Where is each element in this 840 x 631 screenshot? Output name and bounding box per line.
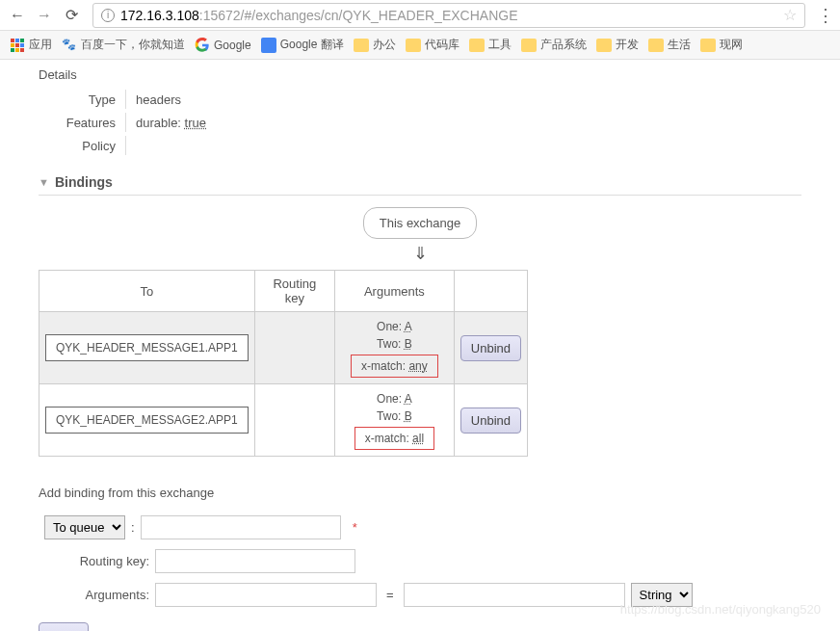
bookmark-folder[interactable]: 办公	[354, 37, 396, 53]
this-exchange-box: This exchange	[363, 207, 478, 239]
cell-to: QYK_HEADER_MESSAGE2.APP1	[39, 384, 255, 457]
reload-button[interactable]: ⟳	[60, 4, 83, 27]
cell-routing-key	[254, 384, 334, 457]
browser-toolbar: ← → ⟳ i 172.16.3.108:15672/#/exchanges/c…	[0, 0, 840, 31]
svg-rect-2	[20, 39, 24, 42]
unbind-button[interactable]: Unbind	[460, 408, 521, 434]
prop-row-type: Type headers	[58, 88, 801, 111]
svg-rect-7	[15, 48, 19, 52]
svg-rect-6	[11, 48, 14, 52]
folder-icon	[469, 39, 485, 52]
translate-icon	[261, 38, 276, 53]
prop-label: Type	[58, 92, 125, 107]
queue-link[interactable]: QYK_HEADER_MESSAGE2.APP1	[45, 407, 249, 434]
equals-sign: =	[382, 588, 398, 602]
argument-value-input[interactable]	[404, 583, 625, 607]
svg-rect-0	[11, 39, 14, 42]
exchange-diagram: This exchange	[39, 207, 801, 239]
colon: :	[131, 520, 135, 535]
bookmarks-bar: 应用 🐾 百度一下，你就知道 Google Google 翻译 办公 代码库 工…	[0, 31, 840, 60]
apps-icon	[10, 38, 25, 53]
folder-icon	[700, 39, 716, 52]
arg-value: A	[405, 392, 412, 406]
menu-icon[interactable]: ⋮	[817, 5, 834, 26]
bookmark-folder[interactable]: 现网	[700, 37, 743, 53]
prop-value: durable: true	[125, 113, 206, 132]
collapse-icon: ▼	[39, 176, 49, 188]
svg-rect-4	[15, 43, 19, 47]
bookmark-baidu[interactable]: 🐾 百度一下，你就知道	[62, 37, 185, 53]
routing-key-input[interactable]	[155, 549, 355, 573]
table-row: QYK_HEADER_MESSAGE1.APP1 One: A Two: B x…	[39, 312, 528, 384]
argument-key-input[interactable]	[155, 583, 377, 607]
xmatch-key: x-match:	[361, 359, 406, 373]
xmatch-highlight: x-match: any	[351, 355, 438, 378]
th-arguments: Arguments	[335, 271, 455, 312]
xmatch-highlight: x-match: all	[354, 427, 434, 450]
th-routing-key: Routing key	[254, 271, 334, 312]
bookmark-label: 办公	[373, 37, 396, 53]
bindings-section-header[interactable]: ▼ Bindings	[39, 174, 801, 196]
watermark: https://blog.csdn.net/qiyongkang520	[620, 602, 821, 617]
bookmark-label: 百度一下，你就知道	[81, 37, 185, 53]
svg-rect-8	[20, 48, 24, 52]
svg-rect-3	[11, 43, 14, 47]
svg-rect-5	[20, 43, 24, 47]
arguments-label: Arguments:	[39, 588, 149, 602]
cell-arguments: One: A Two: B x-match: all	[335, 384, 455, 457]
destination-name-input[interactable]	[141, 515, 341, 539]
prop-label: Policy	[58, 139, 125, 153]
bookmark-folder[interactable]: 产品系统	[521, 37, 587, 53]
destination-type-select[interactable]: To queue	[44, 515, 125, 539]
bookmark-folder[interactable]: 代码库	[406, 37, 459, 53]
bookmark-label: 生活	[668, 37, 691, 53]
bookmark-folder[interactable]: 生活	[648, 37, 691, 53]
bookmark-label: Google 翻译	[280, 37, 344, 53]
xmatch-key: x-match:	[365, 432, 409, 445]
bookmark-label: Google	[214, 39, 251, 52]
details-properties: Type headers Features durable: true Poli…	[58, 88, 801, 157]
apps-label: 应用	[29, 37, 52, 53]
bindings-table: To Routing key Arguments QYK_HEADER_MESS…	[39, 270, 528, 457]
apps-button[interactable]: 应用	[10, 37, 52, 53]
routing-key-label: Routing key:	[39, 554, 149, 568]
baidu-icon: 🐾	[62, 38, 77, 53]
details-heading: Details	[39, 64, 801, 88]
section-title: Bindings	[55, 174, 113, 190]
form-row-destination: To queue : *	[39, 515, 801, 539]
arg-value: A	[405, 320, 412, 333]
bookmark-google-translate[interactable]: Google 翻译	[261, 37, 344, 53]
down-arrow-icon: ⇓	[39, 243, 801, 264]
xmatch-value: any	[408, 359, 427, 373]
arg-value: B	[405, 337, 412, 351]
folder-icon	[354, 39, 369, 52]
google-icon	[195, 38, 210, 53]
required-marker: *	[353, 520, 357, 535]
cell-routing-key	[254, 312, 334, 384]
bookmark-folder[interactable]: 开发	[596, 37, 639, 53]
back-button[interactable]: ←	[6, 4, 29, 27]
th-actions	[454, 271, 527, 312]
main-content: Details Type headers Features durable: t…	[0, 60, 840, 631]
cell-actions: Unbind	[454, 384, 527, 457]
prop-row-policy: Policy	[58, 134, 801, 157]
th-to: To	[39, 271, 255, 312]
bookmark-google[interactable]: Google	[195, 38, 251, 53]
queue-link[interactable]: QYK_HEADER_MESSAGE1.APP1	[45, 334, 249, 361]
bind-button[interactable]: Bind	[39, 622, 89, 631]
bookmark-folder[interactable]: 工具	[469, 37, 512, 53]
info-icon: i	[101, 9, 115, 22]
xmatch-value: all	[412, 432, 424, 445]
forward-button[interactable]: →	[33, 4, 56, 27]
address-bar[interactable]: i 172.16.3.108:15672/#/exchanges/cn/QYK_…	[92, 3, 805, 28]
unbind-button[interactable]: Unbind	[460, 335, 521, 361]
bookmark-star-icon[interactable]: ☆	[783, 6, 797, 24]
prop-row-features: Features durable: true	[58, 111, 801, 134]
bookmark-label: 工具	[488, 37, 512, 53]
prop-value	[125, 136, 136, 155]
table-header-row: To Routing key Arguments	[39, 271, 528, 312]
feature-key: durable:	[136, 116, 181, 130]
bookmark-label: 现网	[720, 37, 743, 53]
folder-icon	[521, 39, 537, 52]
folder-icon	[596, 39, 612, 52]
